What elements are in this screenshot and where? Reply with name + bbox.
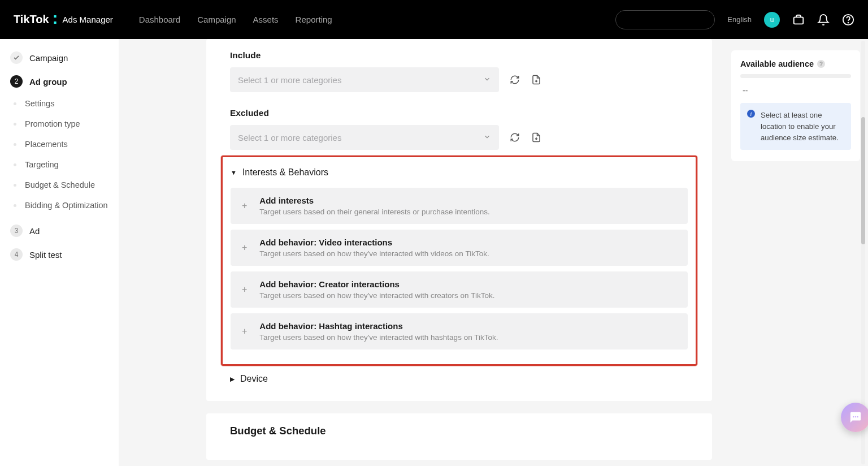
header-right: English u xyxy=(615,10,854,29)
options-list: + Add interests Target users based on th… xyxy=(231,188,688,350)
section-title-label: Interests & Behaviors xyxy=(242,167,328,178)
option-title: Add behavior: Video interactions xyxy=(259,238,489,247)
sidebar-item-campaign[interactable]: Campaign xyxy=(0,46,119,70)
chevron-down-icon xyxy=(483,133,491,143)
sidebar-item-label: Targeting xyxy=(25,160,59,169)
option-desc: Target users based on how they've intera… xyxy=(259,333,498,342)
brand-sub: Ads Manager xyxy=(63,15,113,24)
caret-right-icon: ▶ xyxy=(230,376,235,383)
targeting-card: Include Select 1 or more categories xyxy=(206,39,712,401)
briefcase-icon[interactable] xyxy=(792,14,805,26)
file-icon[interactable] xyxy=(531,132,542,143)
sidebar-item-label: Promotion type xyxy=(25,119,80,128)
brand-name: TikTok xyxy=(14,13,49,26)
scrollbar-thumb[interactable] xyxy=(861,117,865,244)
option-desc: Target users based on how they've intera… xyxy=(259,291,494,300)
sidebar: Campaign 2 Ad group Settings Promotion t… xyxy=(0,39,119,466)
select-placeholder: Select 1 or more categories xyxy=(238,133,341,143)
add-video-interactions-option[interactable]: + Add behavior: Video interactions Targe… xyxy=(231,230,688,266)
step-badge: 3 xyxy=(10,225,23,237)
svg-point-4 xyxy=(855,416,856,417)
include-row: Select 1 or more categories xyxy=(230,67,688,92)
option-title: Add interests xyxy=(259,196,490,205)
interests-behaviors-toggle[interactable]: ▼ Interests & Behaviors xyxy=(231,167,688,178)
include-label: Include xyxy=(230,50,688,61)
option-title: Add behavior: Hashtag interactions xyxy=(259,321,498,331)
svg-point-2 xyxy=(848,22,849,23)
plus-icon: + xyxy=(242,243,247,253)
sidebar-item-bidding-optimization[interactable]: Bidding & Optimization xyxy=(0,195,119,215)
audience-value: -- xyxy=(743,86,851,95)
option-title: Add behavior: Creator interactions xyxy=(259,279,494,289)
sidebar-item-split-test[interactable]: 4 Split test xyxy=(0,243,119,266)
plus-icon: + xyxy=(242,284,247,295)
select-placeholder: Select 1 or more categories xyxy=(238,75,341,85)
excluded-select[interactable]: Select 1 or more categories xyxy=(230,125,499,150)
option-desc: Target users based on their general inte… xyxy=(259,208,490,216)
audience-bar xyxy=(740,74,851,78)
nav-campaign[interactable]: Campaign xyxy=(197,15,236,24)
help-tooltip-icon[interactable]: ? xyxy=(817,60,825,68)
refresh-icon[interactable] xyxy=(509,132,520,143)
language-selector[interactable]: English xyxy=(727,15,752,24)
logo[interactable]: TikTok: Ads Manager xyxy=(14,13,113,26)
plus-icon: + xyxy=(242,201,247,211)
sidebar-item-promotion-type[interactable]: Promotion type xyxy=(0,114,119,134)
info-message: Select at least one location to enable y… xyxy=(740,103,851,150)
svg-point-3 xyxy=(853,416,854,417)
file-icon[interactable] xyxy=(531,74,542,85)
nav-assets[interactable]: Assets xyxy=(253,15,279,24)
sidebar-item-label: Ad xyxy=(29,226,40,236)
main-content: Include Select 1 or more categories xyxy=(119,39,723,466)
budget-card: Budget & Schedule xyxy=(206,413,712,460)
nav-dashboard[interactable]: Dashboard xyxy=(139,15,180,24)
sidebar-item-ad[interactable]: 3 Ad xyxy=(0,219,119,243)
search-input[interactable] xyxy=(615,10,715,29)
sidebar-item-settings[interactable]: Settings xyxy=(0,93,119,114)
svg-point-5 xyxy=(857,416,858,417)
svg-rect-0 xyxy=(794,17,804,24)
chevron-down-icon xyxy=(483,75,491,85)
help-icon[interactable] xyxy=(842,14,854,26)
nav-reporting[interactable]: Reporting xyxy=(296,15,332,24)
brand-dot: : xyxy=(53,15,58,21)
avatar[interactable]: u xyxy=(764,12,780,28)
scrollbar-track[interactable] xyxy=(861,41,865,464)
caret-down-icon: ▼ xyxy=(231,169,237,176)
sidebar-item-placements[interactable]: Placements xyxy=(0,134,119,154)
sidebar-item-budget-schedule[interactable]: Budget & Schedule xyxy=(0,175,119,195)
top-nav: Dashboard Campaign Assets Reporting xyxy=(139,15,332,24)
add-hashtag-interactions-option[interactable]: + Add behavior: Hashtag interactions Tar… xyxy=(231,313,688,350)
step-badge: 2 xyxy=(10,75,23,88)
sidebar-item-label: Bidding & Optimization xyxy=(25,201,108,210)
sidebar-item-label: Ad group xyxy=(29,77,67,87)
add-creator-interactions-option[interactable]: + Add behavior: Creator interactions Tar… xyxy=(231,271,688,308)
device-toggle[interactable]: ▶ Device xyxy=(230,374,688,384)
excluded-row: Select 1 or more categories xyxy=(230,125,688,150)
bell-icon[interactable] xyxy=(817,14,830,26)
excluded-label: Excluded xyxy=(230,108,688,118)
header-bar: TikTok: Ads Manager Dashboard Campaign A… xyxy=(0,0,868,39)
chat-fab[interactable] xyxy=(841,403,868,432)
sidebar-item-label: Budget & Schedule xyxy=(25,180,95,189)
section-title-label: Device xyxy=(240,374,268,384)
right-panel: Available audience ? -- Select at least … xyxy=(723,39,868,466)
include-select[interactable]: Select 1 or more categories xyxy=(230,67,499,92)
plus-icon: + xyxy=(242,326,247,336)
available-audience-card: Available audience ? -- Select at least … xyxy=(731,50,860,161)
step-badge: 4 xyxy=(10,248,23,261)
budget-heading: Budget & Schedule xyxy=(230,425,688,437)
sidebar-item-targeting[interactable]: Targeting xyxy=(0,154,119,175)
check-icon xyxy=(10,51,23,64)
sidebar-item-label: Settings xyxy=(25,99,54,108)
interests-behaviors-highlight: ▼ Interests & Behaviors + Add interests … xyxy=(221,156,697,366)
sidebar-item-ad-group[interactable]: 2 Ad group xyxy=(0,70,119,93)
option-desc: Target users based on how they've intera… xyxy=(259,249,489,258)
add-interests-option[interactable]: + Add interests Target users based on th… xyxy=(231,188,688,224)
available-audience-title: Available audience ? xyxy=(740,59,851,68)
sidebar-item-label: Split test xyxy=(29,250,62,260)
sidebar-item-label: Campaign xyxy=(29,53,68,63)
sidebar-item-label: Placements xyxy=(25,140,68,149)
refresh-icon[interactable] xyxy=(509,74,520,85)
